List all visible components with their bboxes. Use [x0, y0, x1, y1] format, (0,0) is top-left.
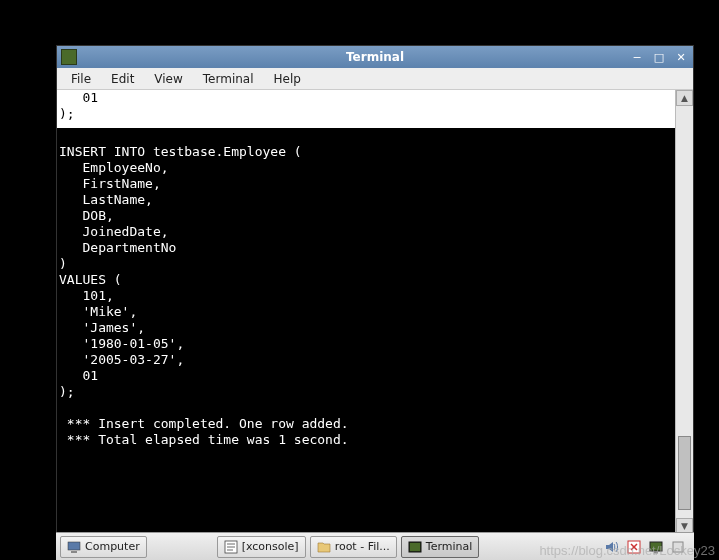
taskbar-xconsole-button[interactable]: [xconsole]	[217, 536, 306, 558]
svg-rect-0	[68, 542, 80, 550]
terminal-output-top[interactable]: 01 );	[57, 90, 675, 128]
taskbar-rootfil-label: root - Fil...	[335, 540, 390, 553]
svg-rect-4	[410, 543, 420, 551]
computer-icon	[67, 540, 81, 554]
menu-view[interactable]: View	[146, 70, 190, 88]
scroll-thumb[interactable]	[678, 436, 691, 510]
scroll-track[interactable]	[676, 106, 693, 518]
menu-help[interactable]: Help	[266, 70, 309, 88]
folder-icon	[317, 540, 331, 554]
menu-file[interactable]: File	[63, 70, 99, 88]
scrollbar: ▲ ▼	[675, 90, 693, 534]
scroll-up-button[interactable]: ▲	[676, 90, 693, 106]
terminal-window: Terminal ─ □ ✕ File Edit View Terminal H…	[56, 45, 694, 535]
close-button[interactable]: ✕	[673, 50, 689, 64]
taskbar-rootfil-button[interactable]: root - Fil...	[310, 536, 397, 558]
window-title: Terminal	[57, 50, 693, 64]
watermark: https://blog.csdn.net/Lockey23	[539, 543, 715, 558]
maximize-button[interactable]: □	[651, 50, 667, 64]
menubar: File Edit View Terminal Help	[57, 68, 693, 90]
xconsole-icon	[224, 540, 238, 554]
taskbar-computer-button[interactable]: Computer	[60, 536, 147, 558]
minimize-button[interactable]: ─	[629, 50, 645, 64]
taskbar-terminal-label: Terminal	[426, 540, 473, 553]
taskbar-terminal-button[interactable]: Terminal	[401, 536, 480, 558]
terminal-output[interactable]: INSERT INTO testbase.Employee ( Employee…	[57, 90, 675, 534]
terminal-small-icon	[408, 540, 422, 554]
terminal-icon	[61, 49, 77, 65]
taskbar-computer-label: Computer	[85, 540, 140, 553]
terminal-body: 01 ); INSERT INTO testbase.Employee ( Em…	[57, 90, 693, 534]
window-controls: ─ □ ✕	[629, 50, 689, 64]
titlebar[interactable]: Terminal ─ □ ✕	[57, 46, 693, 68]
menu-terminal[interactable]: Terminal	[195, 70, 262, 88]
svg-rect-1	[71, 551, 77, 553]
taskbar-xconsole-label: [xconsole]	[242, 540, 299, 553]
menu-edit[interactable]: Edit	[103, 70, 142, 88]
